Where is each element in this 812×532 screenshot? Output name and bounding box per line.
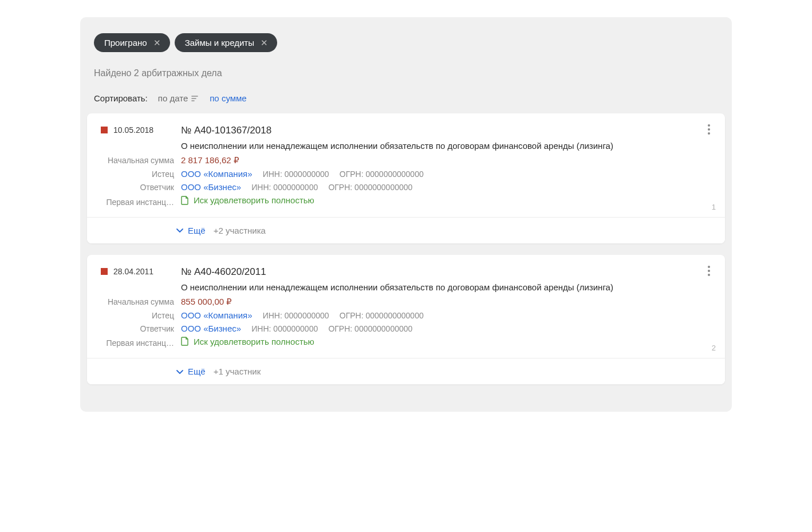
filter-chip-label: Проиграно [104, 38, 147, 48]
sort-by-amount[interactable]: по сумме [210, 93, 246, 103]
more-link: Ещё [188, 367, 206, 376]
label-plaintiff: Истец [152, 311, 174, 320]
plaintiff-link[interactable]: ООО «Компания» [181, 310, 253, 320]
sort-row: Сортировать: по дате по сумме [94, 93, 718, 103]
case-description: О неисполнении или ненадлежащем исполнен… [181, 281, 711, 293]
chevron-down-icon [175, 367, 184, 376]
label-plaintiff: Истец [152, 170, 174, 179]
case-number: № А40-46020/2011 [181, 266, 711, 278]
results-count: Найдено 2 арбитражных дела [94, 68, 718, 78]
plaintiff-link[interactable]: ООО «Компания» [181, 169, 253, 179]
ogrn-value: ОГРН: 0000000000000 [328, 324, 412, 333]
label-defendant: Ответчик [140, 324, 174, 333]
filter-chip-loans[interactable]: Займы и кредиты ✕ [175, 33, 277, 52]
card-index: 2 [712, 344, 716, 352]
case-card: 28.04.2011 № А40-46020/2011 О неисполнен… [87, 255, 725, 385]
case-number: № А40-101367/2018 [181, 125, 711, 136]
cases-panel: Проиграно ✕ Займы и кредиты ✕ Найдено 2 … [80, 17, 732, 412]
inn-value: ИНН: 0000000000 [263, 311, 329, 320]
label-initial-sum: Начальная сумма [101, 297, 174, 306]
label-first-instance: Первая инстанц… [101, 338, 174, 348]
more-count: +1 участник [214, 367, 261, 376]
verdict-text: Иск удовлетворить полностью [194, 337, 314, 346]
inn-value: ИНН: 0000000000 [251, 324, 318, 333]
card-expand-row[interactable]: Ещё +1 участник [87, 358, 725, 384]
case-amount: 855 000,00 ₽ [181, 297, 232, 306]
sort-by-date[interactable]: по дате [158, 93, 199, 103]
sort-desc-icon [191, 94, 199, 103]
ogrn-value: ОГРН: 0000000000000 [340, 170, 424, 179]
more-link: Ещё [188, 226, 206, 235]
label-first-instance: Первая инстанц… [101, 198, 174, 207]
status-indicator-icon [101, 127, 108, 133]
label-initial-sum: Начальная сумма [101, 156, 174, 165]
document-icon [181, 196, 189, 205]
filter-chip-label: Займы и кредиты [185, 38, 254, 48]
close-icon[interactable]: ✕ [260, 38, 269, 48]
case-date: 10.05.2018 [113, 125, 153, 135]
card-index: 1 [712, 203, 716, 211]
inn-value: ИНН: 0000000000 [263, 170, 329, 179]
ogrn-value: ОГРН: 0000000000000 [340, 311, 424, 320]
more-count: +2 участника [214, 226, 266, 235]
case-description: О неисполнении или ненадлежащем исполнен… [181, 140, 711, 152]
defendant-link[interactable]: ООО «Бизнес» [181, 182, 241, 192]
verdict-link[interactable]: Иск удовлетворить полностью [181, 337, 314, 346]
card-menu-button[interactable] [702, 264, 716, 278]
close-icon[interactable]: ✕ [153, 38, 162, 48]
sort-active-label: по дате [158, 93, 188, 103]
filter-chip-lost[interactable]: Проиграно ✕ [94, 33, 170, 52]
label-defendant: Ответчик [140, 183, 174, 192]
case-amount: 2 817 186,62 ₽ [181, 155, 239, 165]
filter-chips-row: Проиграно ✕ Займы и кредиты ✕ [94, 33, 718, 52]
status-indicator-icon [101, 268, 108, 275]
card-expand-row[interactable]: Ещё +2 участника [87, 217, 725, 243]
ogrn-value: ОГРН: 0000000000000 [328, 183, 412, 192]
verdict-text: Иск удовлетворить полностью [194, 195, 314, 205]
case-date: 28.04.2011 [113, 267, 153, 276]
sort-label: Сортировать: [94, 93, 148, 103]
inn-value: ИНН: 0000000000 [251, 183, 318, 192]
card-menu-button[interactable] [702, 123, 716, 136]
verdict-link[interactable]: Иск удовлетворить полностью [181, 195, 314, 205]
defendant-link[interactable]: ООО «Бизнес» [181, 324, 241, 333]
chevron-down-icon [175, 226, 184, 235]
document-icon [181, 337, 189, 346]
case-card: 10.05.2018 № А40-101367/2018 О неисполне… [87, 113, 725, 243]
